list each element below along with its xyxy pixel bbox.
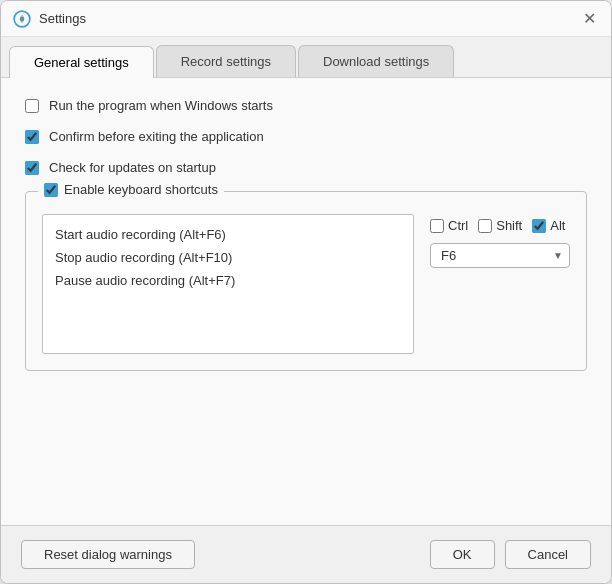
shortcut-item-pause[interactable]: Pause audio recording (Alt+F7) — [51, 269, 405, 292]
confirm-exit-row: Confirm before exiting the application — [25, 129, 587, 144]
modifier-keys: Ctrl Shift Alt — [430, 218, 570, 233]
shift-modifier: Shift — [478, 218, 522, 233]
ctrl-checkbox[interactable] — [430, 219, 444, 233]
close-button[interactable]: ✕ — [579, 9, 599, 29]
window-title: Settings — [39, 11, 579, 26]
settings-window: Settings ✕ General settings Record setti… — [0, 0, 612, 584]
check-updates-checkbox[interactable] — [25, 161, 39, 175]
confirm-exit-label[interactable]: Confirm before exiting the application — [49, 129, 264, 144]
ok-button[interactable]: OK — [430, 540, 495, 569]
tab-record[interactable]: Record settings — [156, 45, 296, 77]
keyboard-shortcuts-content: Start audio recording (Alt+F6) Stop audi… — [42, 214, 570, 354]
ctrl-modifier: Ctrl — [430, 218, 468, 233]
keyboard-shortcuts-checkbox[interactable] — [44, 183, 58, 197]
key-dropdown[interactable]: F1 F2 F3 F4 F5 F6 F7 F8 F9 F10 F11 F12 — [441, 248, 484, 263]
footer-right-buttons: OK Cancel — [430, 540, 591, 569]
footer: Reset dialog warnings OK Cancel — [1, 525, 611, 583]
title-bar: Settings ✕ — [1, 1, 611, 37]
alt-label[interactable]: Alt — [550, 218, 565, 233]
shortcut-list: Start audio recording (Alt+F6) Stop audi… — [42, 214, 414, 354]
check-updates-row: Check for updates on startup — [25, 160, 587, 175]
dropdown-arrow-icon: ▼ — [553, 250, 563, 261]
tab-download[interactable]: Download settings — [298, 45, 454, 77]
shortcut-item-stop[interactable]: Stop audio recording (Alt+F10) — [51, 246, 405, 269]
shift-checkbox[interactable] — [478, 219, 492, 233]
shift-label[interactable]: Shift — [496, 218, 522, 233]
tab-general[interactable]: General settings — [9, 46, 154, 78]
svg-point-1 — [20, 16, 25, 21]
keyboard-shortcuts-group: Enable keyboard shortcuts Start audio re… — [25, 191, 587, 371]
group-title: Enable keyboard shortcuts — [38, 182, 224, 197]
confirm-exit-checkbox[interactable] — [25, 130, 39, 144]
cancel-button[interactable]: Cancel — [505, 540, 591, 569]
group-title-label: Enable keyboard shortcuts — [64, 182, 218, 197]
tab-bar: General settings Record settings Downloa… — [1, 37, 611, 78]
ctrl-label[interactable]: Ctrl — [448, 218, 468, 233]
alt-checkbox[interactable] — [532, 219, 546, 233]
key-selector[interactable]: F1 F2 F3 F4 F5 F6 F7 F8 F9 F10 F11 F12 — [430, 243, 570, 268]
startup-checkbox[interactable] — [25, 99, 39, 113]
alt-modifier: Alt — [532, 218, 565, 233]
shortcut-item-start[interactable]: Start audio recording (Alt+F6) — [51, 223, 405, 246]
app-icon — [13, 10, 31, 28]
reset-dialog-button[interactable]: Reset dialog warnings — [21, 540, 195, 569]
shortcut-controls: Ctrl Shift Alt F1 — [430, 214, 570, 354]
startup-row: Run the program when Windows starts — [25, 98, 587, 113]
check-updates-label[interactable]: Check for updates on startup — [49, 160, 216, 175]
tab-content: Run the program when Windows starts Conf… — [1, 78, 611, 525]
startup-label[interactable]: Run the program when Windows starts — [49, 98, 273, 113]
